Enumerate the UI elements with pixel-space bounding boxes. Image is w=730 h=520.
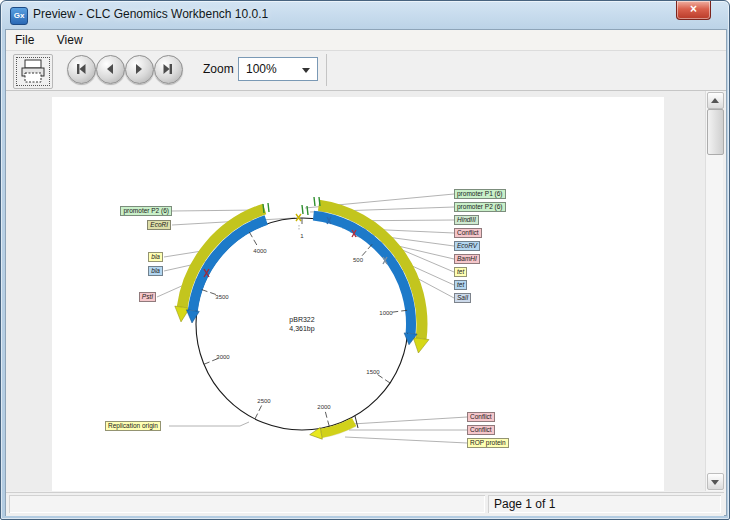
- previous-page-button[interactable]: [96, 55, 125, 84]
- app-icon: Gx: [10, 7, 28, 25]
- svg-text:1: 1: [300, 233, 304, 239]
- first-page-button[interactable]: [67, 55, 96, 84]
- label-bla-cds: bla: [148, 266, 163, 276]
- status-cell-empty: [9, 495, 485, 513]
- preview-area: 1 500 1000 1500 2000 2500 3000 3500 4000…: [6, 91, 724, 491]
- bla-gene-arc: [175, 209, 266, 323]
- svg-text:3000: 3000: [216, 354, 230, 360]
- zoom-label: Zoom: [203, 62, 234, 76]
- zoom-value: 100%: [246, 62, 277, 76]
- label-promoter-p1: promoter P1 (6): [454, 189, 506, 199]
- svg-text:2500: 2500: [257, 398, 271, 404]
- label-rop-protein: ROP protein: [467, 438, 509, 448]
- label-promoter-p2-right: promoter P2 (6): [454, 202, 506, 212]
- label-psti: PstI: [139, 292, 156, 302]
- triangle-up-icon: [711, 98, 719, 103]
- menu-bar: File View: [6, 30, 726, 51]
- menu-file[interactable]: File: [6, 30, 43, 47]
- label-conflict-1: Conflict: [454, 228, 482, 238]
- svg-text:4000: 4000: [253, 248, 267, 254]
- status-page-indicator: Page 1 of 1: [488, 495, 721, 513]
- next-page-icon: [132, 62, 146, 76]
- previous-page-icon: [103, 62, 117, 76]
- label-hindiii: HindIII: [454, 215, 479, 225]
- label-promoter-p2-left: promoter P2 (6): [120, 206, 172, 216]
- plasmid-size: 4,361bp: [252, 324, 352, 333]
- svg-text:1500: 1500: [366, 369, 380, 375]
- close-button[interactable]: ×: [676, 1, 711, 20]
- label-bla-gene: bla: [148, 252, 163, 262]
- svg-text:3500: 3500: [215, 294, 229, 300]
- first-page-icon: [74, 62, 88, 76]
- label-conflict-2: Conflict: [467, 412, 495, 422]
- label-ecori: EcoRI: [147, 220, 171, 230]
- chevron-down-icon: [302, 68, 310, 73]
- close-icon: ×: [690, 2, 697, 16]
- vertical-scrollbar[interactable]: [705, 91, 723, 491]
- label-tet-gene: tet: [454, 267, 467, 277]
- rop-protein-arrow: [310, 416, 358, 439]
- label-conflict-3: Conflict: [467, 425, 495, 435]
- zoom-select[interactable]: 100%: [238, 57, 318, 81]
- label-sali: SalI: [454, 293, 471, 303]
- last-page-icon: [161, 62, 175, 76]
- svg-text:2000: 2000: [317, 404, 331, 410]
- svg-text:500: 500: [353, 257, 364, 263]
- status-bar: Page 1 of 1: [6, 492, 724, 516]
- toolbar-separator: [326, 54, 327, 86]
- window-title: Preview - CLC Genomics Workbench 10.0.1: [33, 7, 268, 21]
- label-bamhi: BamHI: [454, 254, 480, 264]
- scroll-down-button[interactable]: [707, 473, 724, 490]
- label-ecorv: EcoRV: [454, 241, 480, 251]
- print-button[interactable]: [13, 54, 53, 89]
- last-page-button[interactable]: [154, 55, 183, 84]
- client-area: File View: [5, 29, 727, 516]
- scrollbar-thumb[interactable]: [707, 109, 724, 155]
- printer-icon: [20, 59, 46, 84]
- plasmid-name: pBR322: [252, 315, 352, 324]
- next-page-button[interactable]: [125, 55, 154, 84]
- preview-window: Gx Preview - CLC Genomics Workbench 10.0…: [0, 0, 730, 520]
- scroll-up-button[interactable]: [707, 92, 724, 109]
- menu-view[interactable]: View: [48, 30, 92, 47]
- label-replication-origin: Replication origin: [105, 421, 161, 431]
- triangle-down-icon: [711, 480, 719, 485]
- svg-text:1000: 1000: [379, 310, 393, 316]
- preview-page: 1 500 1000 1500 2000 2500 3000 3500 4000…: [52, 97, 664, 491]
- label-tet-cds: tet: [454, 280, 467, 290]
- toolbar: Zoom 100%: [6, 51, 726, 91]
- title-bar[interactable]: Gx Preview - CLC Genomics Workbench 10.0…: [1, 1, 729, 29]
- plasmid-title: pBR322 4,361bp: [252, 315, 352, 333]
